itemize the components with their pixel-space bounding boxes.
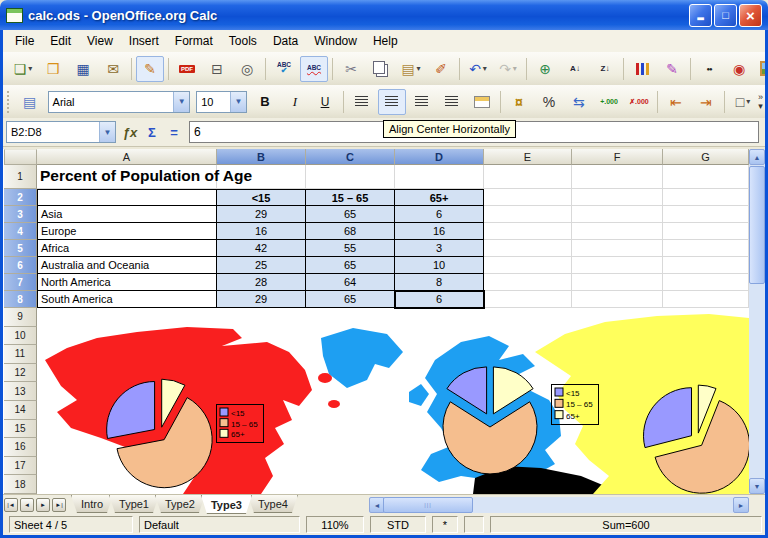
format-paintbrush-button[interactable]: ✐ xyxy=(427,56,455,82)
vertical-scrollbar[interactable]: ▲ ▼ xyxy=(749,149,765,494)
column-header-G[interactable]: G xyxy=(663,149,749,165)
horizontal-scrollbar[interactable]: ◄ ||| ► xyxy=(369,497,749,513)
column-header-F[interactable]: F xyxy=(572,149,663,165)
chart-object[interactable]: <1515 – 6565+<1515 – 6565+ xyxy=(37,308,749,494)
row-header-15[interactable]: 15 xyxy=(4,420,37,439)
increase-indent-button[interactable]: ⇥ xyxy=(692,89,720,115)
row-header-12[interactable]: 12 xyxy=(4,364,37,383)
row-header-17[interactable]: 17 xyxy=(4,457,37,476)
cut-button[interactable]: ✂ xyxy=(337,56,365,82)
sheet-tab-intro[interactable]: Intro xyxy=(71,495,113,513)
edit-file-button[interactable]: ✎ xyxy=(136,56,164,82)
cell-C4[interactable]: 68 xyxy=(306,223,395,240)
row-header-4[interactable]: 4 xyxy=(4,223,37,240)
function-wizard-button[interactable]: ƒx xyxy=(119,121,141,143)
dropdown-arrow-icon[interactable]: ▼ xyxy=(173,92,189,112)
cell-B7[interactable]: 28 xyxy=(217,274,306,291)
cell-D3[interactable]: 6 xyxy=(395,206,484,223)
percent-format-button[interactable]: % xyxy=(535,89,563,115)
cell-C6[interactable]: 65 xyxy=(306,257,395,274)
dropdown-arrow-icon[interactable]: ▼ xyxy=(230,92,246,112)
column-header-E[interactable]: E xyxy=(484,149,572,165)
status-mode[interactable]: STD xyxy=(370,516,426,533)
save-button[interactable]: ▦ xyxy=(69,56,97,82)
sheet-tab-type2[interactable]: Type2 xyxy=(155,495,205,513)
column-header-D[interactable]: D xyxy=(395,149,484,165)
underline-button[interactable]: U xyxy=(311,89,339,115)
row-header-9[interactable]: 9 xyxy=(4,308,37,327)
cell-A2[interactable] xyxy=(37,189,217,206)
cell-C8[interactable]: 65 xyxy=(306,291,395,308)
previous-sheet-button[interactable]: ◄ xyxy=(20,498,34,512)
column-header-A[interactable]: A xyxy=(37,149,217,165)
dropdown-arrow-icon[interactable]: ▾ xyxy=(28,64,32,73)
column-header-B[interactable]: B xyxy=(217,149,306,165)
cell-D7[interactable]: 8 xyxy=(395,274,484,291)
toolbar-grip[interactable] xyxy=(5,91,12,113)
scroll-up-icon[interactable]: ▲ xyxy=(749,149,765,165)
vertical-scroll-thumb[interactable] xyxy=(749,166,765,284)
cell-A7[interactable]: North America xyxy=(37,274,217,291)
minimize-button[interactable] xyxy=(689,4,712,27)
last-sheet-button[interactable]: ►| xyxy=(52,498,66,512)
sort-descending-button[interactable]: Z↓ xyxy=(591,56,619,82)
cell-A4[interactable]: Europe xyxy=(37,223,217,240)
menu-format[interactable]: Format xyxy=(167,32,221,50)
autospellcheck-button[interactable]: ABC xyxy=(300,56,328,82)
cell-C3[interactable]: 65 xyxy=(306,206,395,223)
cell-B3[interactable]: 29 xyxy=(217,206,306,223)
active-cell-border[interactable] xyxy=(394,290,485,309)
row-header-7[interactable]: 7 xyxy=(4,274,37,291)
cell-D2[interactable]: 65+ xyxy=(395,189,484,206)
decrease-indent-button[interactable]: ⇤ xyxy=(662,89,690,115)
menu-tools[interactable]: Tools xyxy=(221,32,265,50)
row-header-18[interactable]: 18 xyxy=(4,475,37,494)
grid[interactable]: Percent of Population of Age <1515 – 656… xyxy=(37,165,749,494)
menu-data[interactable]: Data xyxy=(265,32,306,50)
align-left-button[interactable] xyxy=(348,89,376,115)
find-replace-button[interactable]: ●● xyxy=(695,56,723,82)
add-decimal-button[interactable]: +.000 xyxy=(595,89,623,115)
new-document-button[interactable]: ❏▾ xyxy=(9,56,37,82)
font-name-combo[interactable]: Arial ▼ xyxy=(48,91,191,113)
standard-format-button[interactable]: ⇆ xyxy=(565,89,593,115)
cell-A3[interactable]: Asia xyxy=(37,206,217,223)
cell-D5[interactable]: 3 xyxy=(395,240,484,257)
cell-C5[interactable]: 55 xyxy=(306,240,395,257)
align-justify-button[interactable] xyxy=(438,89,466,115)
row-header-13[interactable]: 13 xyxy=(4,382,37,401)
maximize-button[interactable] xyxy=(714,4,737,27)
undo-button[interactable]: ↶▾ xyxy=(464,56,492,82)
dropdown-arrow-icon[interactable]: ▾ xyxy=(513,64,517,73)
align-center-button[interactable] xyxy=(378,89,406,115)
cell-A6[interactable]: Australia and Oceania xyxy=(37,257,217,274)
sheet-tab-type3[interactable]: Type3 xyxy=(201,495,252,514)
paste-button[interactable]: ▤▾ xyxy=(397,56,425,82)
cell-D4[interactable]: 16 xyxy=(395,223,484,240)
next-sheet-button[interactable]: ► xyxy=(36,498,50,512)
menu-file[interactable]: File xyxy=(7,32,42,50)
row-header-11[interactable]: 11 xyxy=(4,345,37,364)
close-button[interactable] xyxy=(739,4,762,27)
align-right-button[interactable] xyxy=(408,89,436,115)
cell-B5[interactable]: 42 xyxy=(217,240,306,257)
name-box[interactable]: B2:D8 ▼ xyxy=(6,121,116,143)
dropdown-arrow-icon[interactable]: ▾ xyxy=(483,64,487,73)
row-header-1[interactable]: 1 xyxy=(4,165,37,189)
row-header-3[interactable]: 3 xyxy=(4,206,37,223)
hyperlink-button[interactable]: ⊕ xyxy=(531,56,559,82)
row-header-8[interactable]: 8 xyxy=(4,291,37,308)
page-preview-button[interactable]: ◎ xyxy=(233,56,261,82)
row-header-2[interactable]: 2 xyxy=(4,189,37,206)
email-button[interactable]: ✉ xyxy=(99,56,127,82)
menu-help[interactable]: Help xyxy=(365,32,406,50)
merge-cells-button[interactable] xyxy=(468,89,496,115)
toolbar-overflow-button[interactable]: »▾ xyxy=(758,93,763,111)
row-header-6[interactable]: 6 xyxy=(4,257,37,274)
first-sheet-button[interactable]: |◄ xyxy=(4,498,18,512)
menu-window[interactable]: Window xyxy=(306,32,365,50)
sort-ascending-button[interactable]: A↓ xyxy=(561,56,589,82)
cell-B8[interactable]: 29 xyxy=(217,291,306,308)
spellcheck-button[interactable]: ABC xyxy=(270,56,298,82)
draw-functions-button[interactable]: ✎ xyxy=(658,56,686,82)
